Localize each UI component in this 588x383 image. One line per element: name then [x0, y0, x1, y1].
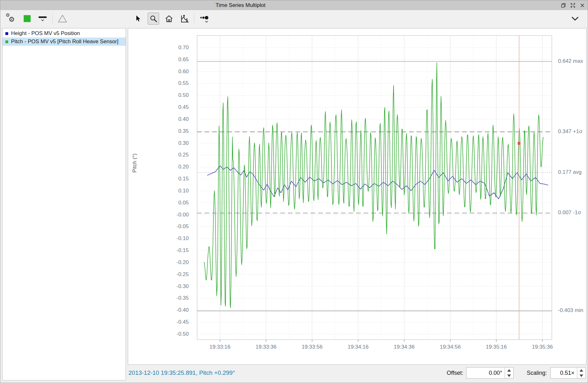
- y-tick-label: 0.15: [130, 176, 193, 182]
- zoom-tool-icon[interactable]: [148, 13, 159, 25]
- plot-area[interactable]: [197, 35, 552, 340]
- export-series-icon[interactable]: [179, 13, 190, 25]
- y-tick-label: -0.40: [130, 307, 193, 313]
- collapse-toolbar-chevron-icon[interactable]: [569, 13, 581, 25]
- status-bar: 2013-12-10 19:35:25.891, Pitch +0.299° O…: [128, 365, 586, 380]
- legend-item-pitch[interactable]: Pitch - POS MV v5 [Pitch Roll Heave Sens…: [3, 38, 126, 46]
- maximize-icon[interactable]: [570, 3, 576, 8]
- chart-panel: Pitch (°) 0.700.650.600.550.500.450.400.…: [128, 28, 586, 365]
- y-tick-label: 0.70: [130, 44, 193, 51]
- stat-line-label: 0.347 +1σ: [558, 128, 582, 135]
- x-tick-label: 19:34:56: [440, 344, 460, 350]
- y-axis-tick-labels: 0.700.650.600.550.500.450.400.350.300.25…: [128, 28, 193, 347]
- cursor-value-marker: [518, 142, 520, 145]
- toolbar-separator: [194, 13, 194, 24]
- stat-line-label: -0.403 min: [558, 307, 583, 314]
- line-style-icon[interactable]: [37, 13, 48, 25]
- y-tick-label: 0.10: [130, 188, 193, 194]
- line-glyph: [39, 16, 47, 18]
- scaling-spinbox[interactable]: 0.51×: [550, 367, 586, 379]
- series-line-1: [204, 63, 543, 308]
- y-tick-label: -0.00: [130, 212, 193, 218]
- y-tick-label: 0.40: [130, 116, 193, 122]
- scaling-input[interactable]: 0.51×: [551, 368, 577, 378]
- y-tick-label: 0.25: [130, 152, 193, 158]
- time-series-multiplot-window: Time Series Multiplot: [0, 0, 588, 383]
- y-tick-label: 0.65: [130, 56, 193, 63]
- x-tick-label: 19:34:16: [348, 344, 369, 350]
- x-tick-label: 19:33:56: [302, 344, 323, 350]
- plot-svg: [197, 35, 552, 340]
- toolbar: ⚙⚙: [0, 10, 588, 27]
- offset-spin-up[interactable]: [505, 368, 513, 373]
- scaling-spin-buttons: [577, 368, 585, 378]
- y-tick-label: -0.35: [130, 295, 193, 301]
- offset-spin-down[interactable]: [505, 373, 513, 378]
- toolbar-right-group: [569, 10, 581, 27]
- offset-input[interactable]: 0.00°: [466, 368, 505, 378]
- stat-line-label: 0.642 max: [558, 58, 583, 64]
- y-tick-label: -0.50: [130, 331, 193, 337]
- series-color-swatch[interactable]: [21, 13, 33, 25]
- x-tick-label: 19:35:36: [532, 344, 553, 350]
- legend-item-label: Pitch - POS MV v5 [Pitch Roll Heave Sens…: [11, 38, 118, 45]
- scaling-label: Scaling:: [527, 370, 547, 376]
- settings-gears-icon[interactable]: ⚙⚙: [5, 13, 17, 25]
- color-swatch-fill: [24, 15, 31, 22]
- series-legend-panel: Height - POS MV v5 Position Pitch - POS …: [2, 28, 126, 380]
- y-tick-label: -0.10: [130, 235, 193, 242]
- offset-spinbox[interactable]: 0.00°: [466, 367, 514, 379]
- offset-scaling-controls: Offset: 0.00° Scaling: 0.51×: [447, 367, 586, 379]
- window-title: Time Series Multiplot: [216, 2, 265, 9]
- stat-line-label: 0.177 avg: [558, 169, 582, 175]
- pointer-tool-icon[interactable]: [132, 13, 144, 25]
- titlebar[interactable]: Time Series Multiplot: [0, 0, 588, 10]
- x-axis-tick-labels: 19:33:1619:33:3619:33:5619:34:1619:34:36…: [128, 344, 587, 351]
- offset-label: Offset:: [447, 370, 463, 376]
- scaling-spin-down[interactable]: [577, 373, 585, 378]
- marker-shape-icon[interactable]: [57, 13, 68, 25]
- x-tick-label: 19:34:36: [394, 344, 415, 350]
- home-view-icon[interactable]: [163, 13, 175, 25]
- y-tick-label: -0.20: [130, 259, 193, 266]
- y-tick-label: -0.25: [130, 271, 193, 278]
- y-tick-label: -0.05: [130, 223, 193, 230]
- dropdown-chevron-icon: [205, 21, 208, 22]
- point-display-icon[interactable]: [199, 13, 212, 25]
- x-tick-label: 19:33:16: [210, 344, 230, 350]
- float-window-icon[interactable]: [561, 3, 566, 8]
- y-tick-label: 0.30: [130, 140, 193, 146]
- gears-glyph: ⚙⚙: [6, 13, 16, 24]
- scaling-spin-up[interactable]: [577, 368, 585, 373]
- pitch-series-marker: [5, 40, 8, 43]
- y-tick-label: 0.20: [130, 164, 193, 170]
- y-tick-label: 0.35: [130, 128, 193, 134]
- x-tick-label: 19:35:16: [486, 344, 507, 350]
- y-tick-label: 0.50: [130, 92, 193, 98]
- y-tick-label: 0.05: [130, 200, 193, 206]
- y-tick-label: -0.45: [130, 319, 193, 325]
- y-tick-label: -0.15: [130, 247, 193, 254]
- toolbar-separator: [52, 13, 53, 24]
- height-series-marker: [5, 32, 8, 35]
- y-tick-label: 0.55: [130, 80, 193, 86]
- x-tick-label: 19:33:36: [256, 344, 276, 350]
- toolbar-center-group: [132, 10, 212, 27]
- plot-frame: [197, 36, 552, 340]
- offset-spin-buttons: [505, 368, 513, 378]
- legend-item-height[interactable]: Height - POS MV v5 Position: [3, 29, 126, 38]
- stat-line-label: 0.007 -1σ: [558, 209, 581, 216]
- close-icon[interactable]: [579, 3, 585, 8]
- legend-item-label: Height - POS MV v5 Position: [11, 30, 80, 37]
- toolbar-left-group: ⚙⚙: [5, 10, 68, 27]
- window-controls: [561, 0, 585, 10]
- cursor-readout: 2013-12-10 19:35:25.891, Pitch +0.299°: [128, 369, 235, 376]
- dropdown-chevron-icon: [41, 19, 44, 21]
- y-tick-label: 0.45: [130, 104, 193, 110]
- y-tick-label: 0.60: [130, 68, 193, 75]
- y-tick-label: -0.30: [130, 283, 193, 290]
